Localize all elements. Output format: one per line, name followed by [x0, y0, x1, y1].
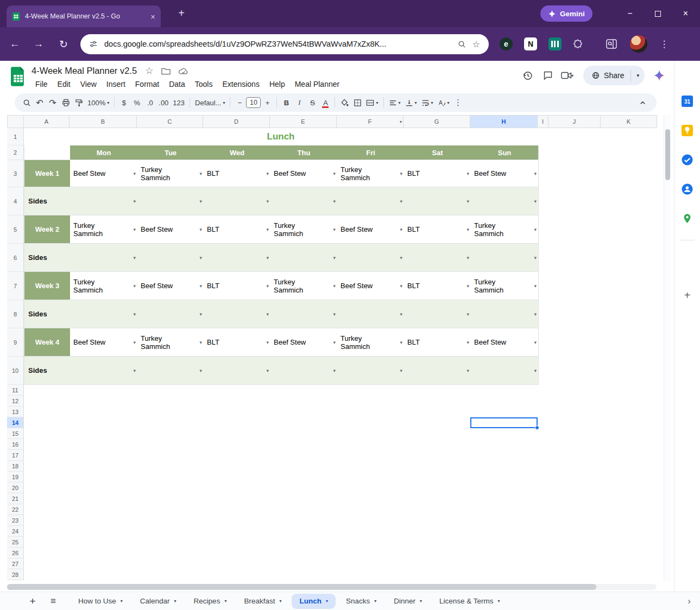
side-cell[interactable]: ▾ — [471, 187, 538, 215]
vertical-scrollbar-thumb[interactable] — [665, 129, 670, 180]
row-header-2[interactable]: 2 — [7, 145, 24, 160]
meal-cell[interactable]: Beef Stew▾ — [70, 328, 137, 356]
column-dropdown-icon[interactable]: ▾ — [400, 119, 402, 124]
menu-insert[interactable]: Insert — [102, 78, 130, 90]
increase-font-size-button[interactable]: + — [261, 96, 274, 110]
dropdown-arrow-icon[interactable]: ▾ — [133, 171, 136, 176]
meal-cell[interactable]: BLT▾ — [204, 328, 270, 356]
side-cell[interactable]: ▾ — [337, 187, 404, 215]
meal-cell[interactable]: Beef Stew▾ — [337, 215, 404, 243]
dropdown-arrow-icon[interactable]: ▾ — [466, 227, 469, 232]
search-menus-icon[interactable] — [20, 96, 33, 110]
gemini-button[interactable]: Gemini — [540, 5, 592, 22]
meal-cell[interactable]: Turkey Sammich▾ — [270, 272, 337, 300]
merge-cells-button[interactable]: ▾ — [364, 96, 380, 110]
row-header-24[interactable]: 24 — [7, 526, 24, 537]
maps-icon[interactable] — [681, 212, 694, 225]
tab-close-icon[interactable]: × — [150, 12, 155, 21]
side-cell[interactable]: ▾ — [404, 357, 471, 384]
dropdown-arrow-icon[interactable]: ▾ — [199, 283, 202, 289]
side-panel-expand-icon[interactable]: › — [688, 596, 691, 607]
side-cell[interactable]: ▾ — [270, 244, 337, 271]
dropdown-arrow-icon[interactable]: ▾ — [133, 340, 136, 345]
horizontal-align-button[interactable]: ▾ — [387, 96, 403, 110]
meal-cell[interactable]: BLT▾ — [404, 215, 471, 243]
cloud-saved-icon[interactable] — [179, 67, 188, 75]
text-color-button[interactable]: A — [319, 96, 332, 110]
row-header-1[interactable]: 1 — [7, 128, 24, 145]
day-header-cell[interactable]: Wed — [204, 145, 270, 160]
move-folder-icon[interactable] — [161, 67, 171, 75]
contacts-icon[interactable] — [681, 182, 694, 195]
row-header-14[interactable]: 14 — [7, 417, 24, 428]
dropdown-arrow-icon[interactable]: ▾ — [400, 199, 402, 204]
dropdown-arrow-icon[interactable]: ▾ — [400, 171, 402, 176]
column-header-H[interactable]: H — [470, 115, 538, 128]
side-cell[interactable]: ▾ — [204, 187, 270, 215]
dropdown-arrow-icon[interactable]: ▾ — [400, 368, 402, 373]
browser-tab[interactable]: 4-Week Meal Planner v2.5 - Go × — [7, 5, 161, 27]
sheet-tab-dinner[interactable]: Dinner▾ — [385, 592, 431, 610]
row-header-6[interactable]: 6 — [7, 244, 24, 272]
dropdown-arrow-icon[interactable]: ▾ — [199, 255, 202, 260]
side-cell[interactable]: ▾ — [204, 300, 270, 328]
meal-cell[interactable]: Beef Stew▾ — [270, 160, 337, 187]
select-all-corner[interactable] — [7, 115, 24, 128]
menu-view[interactable]: View — [75, 78, 102, 90]
side-cell[interactable]: ▾ — [137, 300, 204, 328]
extensions-puzzle-icon[interactable] — [573, 39, 583, 49]
dropdown-arrow-icon[interactable]: ▾ — [199, 368, 202, 373]
menu-extensions[interactable]: Extensions — [217, 78, 264, 90]
row-header-13[interactable]: 13 — [7, 406, 24, 417]
toolbar-more-icon[interactable]: ⋮ — [452, 96, 465, 110]
dropdown-arrow-icon[interactable]: ▾ — [534, 368, 537, 373]
dropdown-arrow-icon[interactable]: ▾ — [400, 312, 402, 317]
dropdown-arrow-icon[interactable]: ▾ — [333, 368, 336, 373]
sheet-tab-menu-icon[interactable]: ▾ — [326, 599, 328, 603]
calendar-icon[interactable]: 31 — [681, 94, 694, 107]
borders-button[interactable] — [351, 96, 364, 110]
side-cell[interactable]: ▾ — [204, 357, 270, 384]
star-doc-icon[interactable]: ☆ — [145, 65, 153, 77]
currency-format-button[interactable]: $ — [117, 96, 130, 110]
side-cell[interactable]: ▾ — [70, 300, 137, 328]
row-header-10[interactable]: 10 — [7, 357, 24, 385]
dropdown-arrow-icon[interactable]: ▾ — [333, 340, 336, 345]
dropdown-arrow-icon[interactable]: ▾ — [199, 171, 202, 176]
side-cell[interactable]: ▾ — [137, 187, 204, 215]
evernote-extension-icon[interactable]: e — [500, 37, 513, 50]
keep-icon[interactable] — [681, 124, 694, 137]
version-history-icon[interactable] — [517, 65, 538, 86]
site-settings-icon[interactable] — [89, 40, 98, 48]
row-header-21[interactable]: 21 — [7, 493, 24, 504]
dropdown-arrow-icon[interactable]: ▾ — [466, 368, 469, 373]
selected-cell-outline[interactable] — [470, 417, 538, 428]
dropdown-arrow-icon[interactable]: ▾ — [199, 227, 202, 232]
meal-cell[interactable]: Turkey Sammich▾ — [70, 215, 137, 243]
browser-profile-avatar[interactable] — [630, 35, 647, 53]
dropdown-arrow-icon[interactable]: ▾ — [333, 227, 336, 232]
bookmark-star-icon[interactable]: ☆ — [472, 39, 480, 49]
side-cell[interactable]: ▾ — [337, 357, 404, 384]
meal-cell[interactable]: Beef Stew▾ — [270, 328, 337, 356]
sheet-tab-menu-icon[interactable]: ▾ — [121, 599, 123, 603]
share-button[interactable]: Share — [583, 66, 630, 85]
menu-edit[interactable]: Edit — [53, 78, 75, 90]
address-bar[interactable]: docs.google.com/spreadsheets/d/1uVz9OPwR… — [80, 34, 489, 54]
dropdown-arrow-icon[interactable]: ▾ — [133, 283, 136, 289]
side-cell[interactable]: ▾ — [404, 244, 471, 271]
side-cell[interactable]: ▾ — [404, 187, 471, 215]
day-header-cell[interactable]: Thu — [270, 145, 337, 160]
dropdown-arrow-icon[interactable]: ▾ — [266, 227, 269, 232]
row-header-12[interactable]: 12 — [7, 396, 24, 406]
row-header-27[interactable]: 27 — [7, 558, 24, 569]
maximize-button[interactable] — [655, 11, 661, 17]
dropdown-arrow-icon[interactable]: ▾ — [466, 340, 469, 345]
row-header-5[interactable]: 5 — [7, 215, 24, 244]
dropdown-arrow-icon[interactable]: ▾ — [266, 368, 269, 373]
dropdown-arrow-icon[interactable]: ▾ — [133, 368, 136, 373]
meal-cell[interactable]: Turkey Sammich▾ — [337, 160, 404, 187]
meal-cell[interactable]: Turkey Sammich▾ — [137, 160, 204, 187]
dropdown-arrow-icon[interactable]: ▾ — [400, 255, 402, 260]
menu-tools[interactable]: Tools — [190, 78, 218, 90]
